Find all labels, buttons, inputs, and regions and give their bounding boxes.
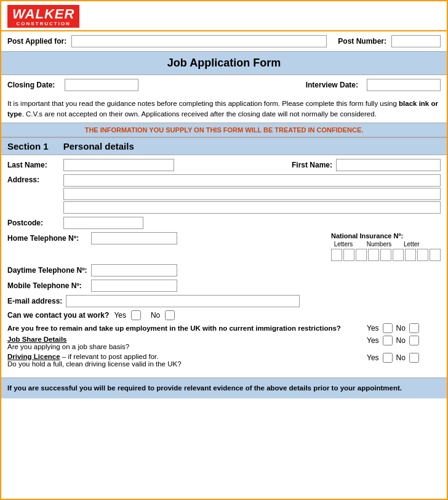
ni-header-row: Letters Numbers Letter	[331, 241, 417, 248]
job-share-yes-label: Yes	[367, 336, 379, 345]
ni-box-7[interactable]	[405, 249, 416, 261]
post-number-label: Post Number:	[338, 37, 386, 46]
ni-group: National Insurance Nº: Letters Numbers L…	[331, 232, 441, 261]
address-input-3[interactable]	[63, 201, 441, 214]
driving-title-line: Driving Licence – if relevant to post ap…	[7, 353, 363, 360]
ni-box-2[interactable]	[343, 249, 354, 261]
last-name-input[interactable]	[63, 159, 174, 171]
first-name-input[interactable]	[336, 159, 441, 171]
form-body: Last Name: First Name: Address: Postcode…	[1, 155, 447, 374]
post-applied-label: Post Applied for:	[7, 37, 66, 46]
day-tel-input[interactable]	[91, 264, 177, 276]
immigration-row: Are you free to remain and take up emplo…	[7, 323, 441, 333]
ni-letter-header: Letter	[404, 241, 417, 248]
address-block	[63, 174, 441, 214]
section1-number: Section 1	[7, 141, 49, 151]
section1-header: Section 1Personal details	[1, 137, 447, 155]
driving-answer: Yes No	[367, 353, 441, 363]
driving-label: Do you hold a full, clean driving licens…	[7, 360, 363, 368]
postcode-input[interactable]	[63, 217, 143, 229]
job-share-yes-checkbox[interactable]	[383, 336, 393, 345]
address-input-2[interactable]	[63, 188, 441, 200]
postcode-row: Postcode:	[7, 217, 441, 229]
ni-box-3[interactable]	[356, 249, 367, 261]
driving-no-label: No	[396, 353, 406, 362]
email-row: E-mail address:	[7, 295, 441, 307]
last-name-label: Last Name:	[7, 161, 60, 169]
name-row: Last Name: First Name:	[7, 159, 441, 171]
job-share-no-checkbox[interactable]	[409, 336, 419, 345]
driving-title: Driving Licence	[7, 353, 60, 360]
day-tel-label: Daytime Telephone Nº:	[7, 266, 87, 275]
address-input-1[interactable]	[63, 174, 441, 187]
header: WALKER CONSTRUCTION	[1, 1, 447, 31]
email-input[interactable]	[66, 295, 300, 307]
email-label: E-mail address:	[7, 297, 62, 305]
closing-date-label: Closing Date:	[7, 81, 55, 89]
interview-date-input[interactable]	[367, 79, 441, 91]
post-number-input[interactable]	[391, 35, 441, 47]
immigration-no-checkbox[interactable]	[409, 323, 419, 333]
address-row: Address:	[7, 174, 441, 214]
immigration-yes-checkbox[interactable]	[383, 323, 393, 333]
home-tel-input[interactable]	[91, 232, 177, 244]
logo-sub: CONSTRUCTION	[12, 21, 74, 26]
first-name-label: First Name:	[184, 161, 332, 169]
post-applied-input[interactable]	[71, 35, 327, 47]
mobile-tel-label: Mobile Telephone Nº:	[7, 281, 87, 290]
contact-work-yes-label: Yes	[114, 311, 126, 320]
mobile-tel-row: Mobile Telephone Nº:	[7, 280, 441, 292]
job-share-label: Are you applying on a job share basis?	[7, 343, 363, 350]
tel-ni-section: Home Telephone Nº: National Insurance Nº…	[7, 232, 441, 261]
info-text: It is important that you read the guidan…	[1, 95, 447, 123]
contact-work-no-label: No	[151, 311, 160, 320]
interview-group: Interview Date:	[306, 79, 441, 91]
contact-work-label: Can we contact you at work?	[7, 311, 109, 320]
ni-letters-header: Letters	[332, 241, 354, 248]
address-label: Address:	[7, 174, 60, 184]
driving-row: Driving Licence – if relevant to post ap…	[7, 353, 441, 368]
job-share-title: Job Share Details	[7, 336, 363, 343]
logo-box: WALKER CONSTRUCTION	[7, 5, 79, 28]
contact-work-no-checkbox[interactable]	[165, 310, 175, 320]
ni-inputs	[331, 249, 441, 261]
driving-title-suffix: – if relevant to post applied for.	[60, 353, 159, 360]
contact-work-yes-checkbox[interactable]	[131, 310, 141, 320]
driving-no-checkbox[interactable]	[409, 353, 419, 363]
immigration-yes-label: Yes	[367, 324, 379, 333]
form-title: Job Application Form	[1, 51, 447, 75]
section1-title: Personal details	[63, 141, 134, 151]
job-share-answer: Yes No	[367, 336, 441, 345]
contact-work-row: Can we contact you at work? Yes No	[7, 310, 441, 320]
closing-date-input[interactable]	[65, 79, 138, 91]
ni-box-1[interactable]	[331, 249, 342, 261]
ni-box-9[interactable]	[430, 249, 441, 261]
post-row: Post Applied for: Post Number:	[1, 31, 447, 51]
mobile-tel-input[interactable]	[91, 280, 177, 292]
immigration-no-label: No	[396, 324, 406, 333]
ni-box-8[interactable]	[417, 249, 428, 261]
job-share-row: Job Share Details Are you applying on a …	[7, 336, 441, 350]
driving-block: Driving Licence – if relevant to post ap…	[7, 353, 363, 368]
logo-text: WALKER	[12, 7, 74, 21]
ni-numbers-header: Numbers	[357, 241, 401, 248]
home-tel-label: Home Telephone Nº:	[7, 234, 87, 243]
confidence-bar: THE INFORMATION YOU SUPPLY ON THIS FORM …	[1, 123, 447, 137]
tel-group: Home Telephone Nº:	[7, 232, 177, 244]
interview-date-label: Interview Date:	[306, 81, 358, 89]
ni-box-4[interactable]	[368, 249, 379, 261]
job-share-block: Job Share Details Are you applying on a …	[7, 336, 363, 350]
driving-yes-checkbox[interactable]	[383, 353, 393, 363]
driving-yes-label: Yes	[367, 353, 379, 362]
dates-row: Closing Date: Interview Date:	[1, 75, 447, 95]
footer-bar: If you are successful you will be requir…	[1, 377, 447, 398]
postcode-label: Postcode:	[7, 219, 60, 227]
immigration-label: Are you free to remain and take up emplo…	[7, 325, 363, 332]
ni-box-5[interactable]	[380, 249, 391, 261]
ni-box-6[interactable]	[393, 249, 404, 261]
home-tel-row: Home Telephone Nº:	[7, 232, 177, 244]
daytime-tel-row: Daytime Telephone Nº:	[7, 264, 441, 276]
ni-label: National Insurance Nº:	[331, 232, 403, 240]
immigration-answer: Yes No	[367, 323, 441, 333]
job-share-no-label: No	[396, 336, 406, 345]
